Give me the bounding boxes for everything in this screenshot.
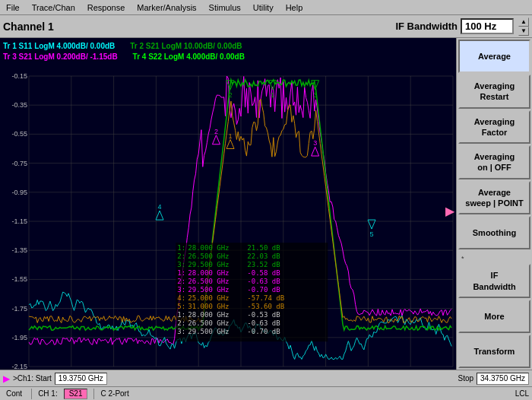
trace-2-label: Tr 2 S21 LogM 10.00dB/ 0.00dB (130, 41, 242, 52)
right-arrow-indicator: ▶ (445, 204, 454, 218)
bottom-bar: ▶ >Ch1: Start 19.3750 GHz Stop 34.3750 G… (0, 370, 532, 386)
start-label: >Ch1: Start (13, 374, 52, 383)
channel-label: Channel 1 (3, 21, 54, 33)
plot-area: Tr 1 S11 LogM 4.000dB/ 0.00dB Tr 2 S21 L… (0, 38, 456, 370)
if-bw-asterisk: * (458, 255, 530, 262)
menu-trace-chan[interactable]: Trace/Chan (29, 2, 78, 13)
port-label: C 2-Port (100, 389, 128, 398)
stop-label: Stop (458, 374, 473, 383)
more-button[interactable]: More (458, 300, 530, 333)
sidebar: Average AveragingRestart AveragingFactor… (456, 38, 532, 370)
averaging-on-off-button[interactable]: Averagingon | OFF (458, 145, 530, 179)
averaging-factor-button[interactable]: AveragingFactor (458, 110, 530, 144)
averaging-restart-button[interactable]: AveragingRestart (458, 75, 530, 109)
trace-labels: Tr 1 S11 LogM 4.000dB/ 0.00dB Tr 2 S21 L… (3, 41, 245, 62)
lcl-status: LCL (515, 389, 529, 398)
if-bandwidth-button[interactable]: IFBandwidth (458, 264, 530, 298)
if-bw-up-arrow[interactable]: ▲ (518, 17, 529, 27)
if-bw-label: IF Bandwidth (395, 21, 458, 32)
transform-button[interactable]: Transform (458, 335, 530, 368)
average-sweep-button[interactable]: Averagesweep | POINT (458, 181, 530, 215)
average-button[interactable]: Average (458, 40, 530, 73)
if-bw-input[interactable] (461, 18, 514, 34)
status-divider-2 (93, 389, 94, 399)
trace-3-label: Tr 3 S21 LogM 0.200dB/ -1.15dB (3, 52, 118, 62)
if-bw-scroll: ▲ ▼ (518, 17, 529, 36)
menu-help[interactable]: Help (283, 2, 306, 13)
menubar: File Trace/Chan Response Marker/Analysis… (0, 0, 532, 15)
s21-box: S21 (64, 389, 88, 399)
status-divider-1 (31, 389, 32, 399)
menu-stimulus[interactable]: Stimulus (206, 2, 244, 13)
toolbar: Channel 1 IF Bandwidth ▲ ▼ (0, 15, 532, 38)
menu-marker-analysis[interactable]: Marker/Analysis (134, 2, 199, 13)
smoothing-button[interactable]: Smoothing (458, 216, 530, 249)
if-bw-down-arrow[interactable]: ▼ (518, 27, 529, 36)
start-value: 19.3750 GHz (55, 373, 107, 385)
menu-file[interactable]: File (3, 2, 23, 13)
menu-response[interactable]: Response (84, 2, 128, 13)
stop-value: 34.3750 GHz (477, 373, 529, 385)
cont-status: Cont (3, 389, 25, 398)
ch1-label: CH 1: (38, 389, 58, 398)
trace-1-label: Tr 1 S11 LogM 4.000dB/ 0.00dB (3, 41, 115, 52)
plot-canvas (0, 38, 456, 370)
menu-utility[interactable]: Utility (250, 2, 277, 13)
status-bar: Cont CH 1: S21 C 2-Port LCL (0, 386, 532, 400)
bottom-arrow: ▶ (3, 373, 10, 384)
trace-4-label: Tr 4 S22 LogM 4.000dB/ 0.00dB (133, 52, 245, 62)
